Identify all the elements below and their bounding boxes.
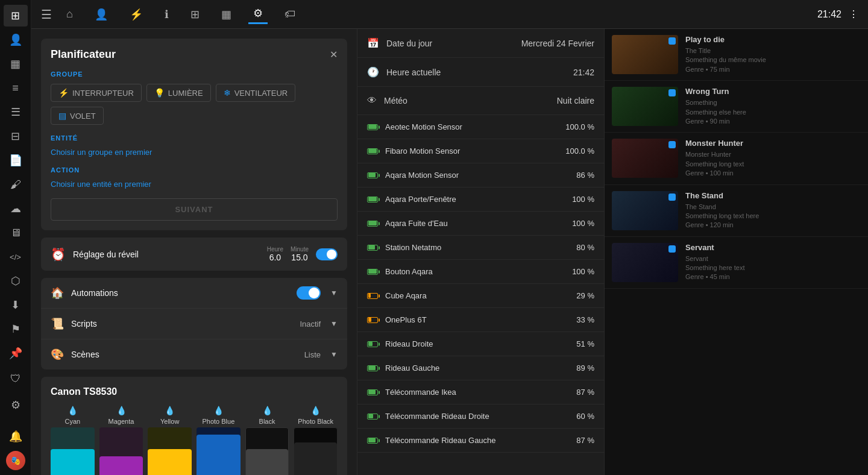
topbar-bolt-icon[interactable]: ⚡ — [125, 5, 148, 24]
sensor-name-2: Aqara Motion Sensor — [385, 171, 569, 180]
topbar-more-icon[interactable]: ⋮ — [849, 8, 858, 20]
sidebar-icon-document[interactable]: 📄 — [4, 149, 28, 171]
media-thumb-0 — [612, 35, 678, 74]
bolt-icon: ⚡ — [58, 88, 69, 98]
suivant-button[interactable]: SUIVANT — [51, 198, 338, 221]
group-btn-volet[interactable]: ▤ VOLET — [51, 107, 104, 125]
media-item-4[interactable]: Servant ServantSomething here textGenre … — [605, 237, 868, 289]
planner-title: Planificateur — [51, 48, 116, 61]
sensor-value-8: 33 % — [576, 315, 594, 324]
sidebar-icon-table[interactable]: ⊟ — [4, 125, 28, 147]
sensor-value-11: 87 % — [576, 388, 594, 397]
entity-section: ENTITÉ Choisir un groupe en premier — [51, 134, 338, 157]
battery-icon-0 — [367, 124, 378, 130]
media-thumb-2 — [612, 139, 678, 178]
topbar-gauge-icon[interactable]: ⊞ — [186, 5, 204, 24]
media-badge-0 — [668, 37, 676, 45]
group-btn-ventilateur-label: VENTILATEUR — [234, 89, 288, 98]
sidebar-icon-pin[interactable]: 📌 — [4, 342, 28, 364]
menu-icon[interactable]: ☰ — [41, 7, 52, 22]
ink-drop-black: 💧 — [262, 406, 272, 415]
group-btn-lumiere[interactable]: 💡 LUMIÈRE — [146, 84, 211, 102]
sidebar-icon-bell[interactable]: 🔔 — [4, 424, 28, 448]
minute-value[interactable]: 15.0 — [291, 253, 307, 262]
media-badge-4 — [668, 245, 676, 253]
sensor-value-5: 80 % — [576, 243, 594, 252]
sensor-row-6: Bouton Aqara 100 % — [357, 260, 604, 284]
list-item-scenes[interactable]: 🎨 Scènes Liste ▼ — [41, 339, 347, 370]
date-value: Mercredi 24 Fevrier — [521, 39, 594, 48]
sensor-value-0: 100.0 % — [565, 122, 594, 131]
battery-icon-11 — [367, 389, 378, 395]
alarm-toggle[interactable] — [316, 248, 338, 260]
battery-icon-4 — [367, 221, 378, 227]
heure-value[interactable]: 6.0 — [269, 253, 281, 262]
media-item-3[interactable]: The Stand The StandSomething long text h… — [605, 185, 868, 237]
media-sub-3: The StandSomething long text hereGenre •… — [685, 203, 861, 230]
entity-value[interactable]: Choisir un groupe en premier — [51, 148, 338, 157]
action-label: ACTION — [51, 166, 338, 174]
sidebar-icon-cloud[interactable]: ☁ — [4, 198, 28, 219]
sensor-row-2: Aqara Motion Sensor 86 % — [357, 163, 604, 187]
avatar[interactable]: 🎭 — [6, 451, 25, 470]
sensor-row-11: Télécommande Ikea 87 % — [357, 380, 604, 404]
media-info-2: Monster Hunter Monster HunterSomething l… — [685, 139, 861, 178]
shutter-icon: ▤ — [58, 111, 66, 121]
sidebar-icon-shield[interactable]: 🛡 — [4, 366, 28, 391]
sensor-header-date: 📅 Date du jour Mercredi 24 Fevrier — [357, 29, 604, 58]
sensor-name-10: Rideau Gauche — [385, 363, 569, 373]
topbar-home-icon[interactable]: ⌂ — [61, 5, 78, 23]
list-item-automations[interactable]: 🏠 Automations ▼ — [41, 278, 347, 309]
ink-levels: 💧 Cyan 70 % 💧 Magenta — [51, 406, 338, 475]
sidebar-icon-list[interactable]: ☰ — [4, 101, 28, 123]
media-item-2[interactable]: Monster Hunter Monster HunterSomething l… — [605, 133, 868, 184]
media-item-0[interactable]: Play to die The TitleSomething du même m… — [605, 29, 868, 81]
topbar-tag-icon[interactable]: 🏷 — [280, 5, 300, 23]
sidebar-icon-grid[interactable]: ⊞ — [4, 5, 28, 27]
sidebar-icon-display[interactable]: 🖥 — [4, 222, 28, 244]
close-button[interactable]: ✕ — [330, 49, 338, 60]
sensor-value-13: 87 % — [576, 436, 594, 445]
media-thumb-4 — [612, 243, 678, 282]
sidebar-icon-chart[interactable]: ▦ — [4, 53, 28, 75]
list-item-scripts[interactable]: 📜 Scripts Inactif ▼ — [41, 309, 347, 339]
topbar-info-icon[interactable]: ℹ — [160, 5, 174, 24]
ink-name-cyan: Cyan — [64, 418, 80, 425]
eye-icon: 👁 — [367, 95, 377, 106]
topbar-settings-icon[interactable]: ⚙ — [248, 4, 268, 24]
sidebar: ⊞ 👤 ▦ ≡ ☰ ⊟ 📄 🖌 ☁ 🖥 </> ⬡ ⬇ ⚑ 📌 🛡 ⚙ 🔔 🎭 — [0, 0, 31, 475]
sidebar-icon-code[interactable]: </> — [4, 246, 28, 268]
automations-toggle[interactable] — [297, 286, 321, 300]
media-item-1[interactable]: Wrong Turn SomethingSomething else hereG… — [605, 81, 868, 133]
battery-icon-2 — [367, 172, 378, 178]
sidebar-icon-puzzle[interactable]: ⬡ — [4, 270, 28, 292]
action-value[interactable]: Choisir une entité en premier — [51, 180, 338, 189]
fan-icon: ❄ — [224, 88, 231, 98]
group-btn-interrupteur[interactable]: ⚡ INTERRUPTEUR — [51, 84, 142, 102]
topbar-person-icon[interactable]: 👤 — [90, 5, 113, 24]
group-btn-ventilateur[interactable]: ❄ VENTILATEUR — [216, 84, 296, 102]
automations-icon: 🏠 — [51, 286, 64, 300]
ink-name-black: Black — [259, 418, 275, 425]
alarm-minute-field: Minute 15.0 — [291, 246, 309, 262]
sidebar-icon-flag[interactable]: ⚑ — [4, 318, 28, 340]
sensor-value-12: 60 % — [576, 412, 594, 421]
sidebar-icon-download[interactable]: ⬇ — [4, 294, 28, 316]
battery-icon-10 — [367, 365, 378, 371]
media-thumb-3 — [612, 191, 678, 230]
automations-label: Automations — [71, 288, 289, 298]
sensor-row-8: OnePlus 6T 33 % — [357, 308, 604, 332]
media-badge-3 — [668, 193, 676, 201]
sidebar-icon-person[interactable]: 👤 — [4, 29, 28, 51]
sensor-name-0: Aeotec Motion Sensor — [385, 122, 558, 131]
minute-sublabel: Minute — [291, 246, 309, 253]
scenes-value: Liste — [304, 350, 321, 359]
sensor-row-9: Rideau Droite 51 % — [357, 332, 604, 356]
sensor-value-3: 100 % — [572, 195, 594, 204]
ink-tank-yellow: 💧 Yellow 70 % — [148, 406, 192, 475]
sidebar-icon-sliders[interactable]: ≡ — [4, 77, 28, 99]
topbar-chart-icon[interactable]: ▦ — [216, 5, 236, 24]
sidebar-icon-brush[interactable]: 🖌 — [4, 174, 28, 195]
sidebar-icon-gear[interactable]: ⚙ — [4, 393, 28, 417]
battery-icon-9 — [367, 341, 378, 347]
